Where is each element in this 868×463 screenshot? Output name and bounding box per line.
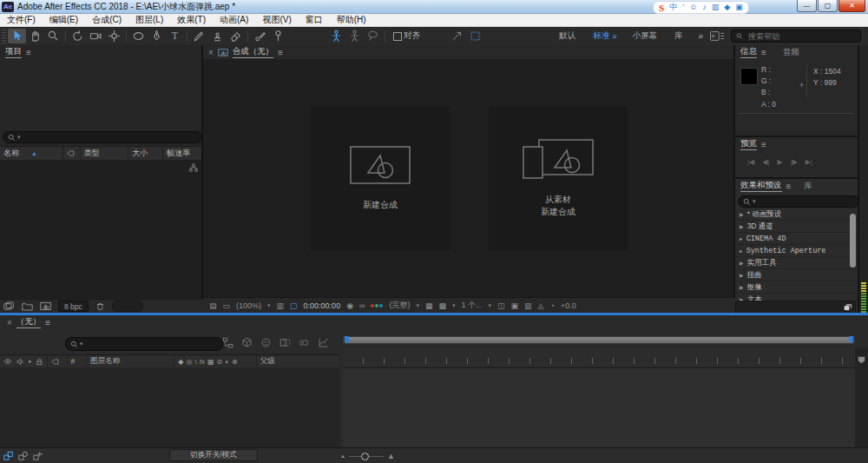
zoom-slider-track[interactable] xyxy=(349,456,384,457)
ime-toolbox-icon[interactable]: ▣ xyxy=(735,3,743,11)
work-area-start-handle[interactable] xyxy=(345,336,349,342)
grid-guides-icon[interactable]: ▥ xyxy=(277,301,285,310)
column-parent[interactable]: 父级 xyxy=(257,355,339,367)
list-item[interactable]: ▶实用工具 xyxy=(735,257,858,269)
always-preview-icon[interactable]: ▤ xyxy=(209,301,217,310)
shape-tool[interactable] xyxy=(129,29,148,43)
workspace-default[interactable]: 默认 xyxy=(550,30,584,42)
solo-icon[interactable]: ● xyxy=(29,359,32,364)
camera-tool[interactable] xyxy=(87,29,105,43)
effects-scrollbar-thumb[interactable] xyxy=(850,214,856,268)
tab-preview[interactable]: 预览 xyxy=(740,138,757,150)
menu-composition[interactable]: 合成(C) xyxy=(85,14,128,26)
tab-audio[interactable]: 音频 xyxy=(783,47,799,58)
close-button[interactable]: ✕ xyxy=(838,0,865,12)
maximize-button[interactable]: ▢ xyxy=(818,0,838,12)
column-label[interactable] xyxy=(48,355,68,367)
ime-punct-icon[interactable]: ’ xyxy=(682,3,684,11)
ime-voice-icon[interactable]: ♪ xyxy=(702,3,707,11)
graph-editor-icon[interactable] xyxy=(318,337,329,348)
view-layout-dropdown[interactable]: 1 个... xyxy=(461,300,482,311)
column-layer-name[interactable]: 图层名称 xyxy=(87,355,174,367)
shy-layers-icon[interactable] xyxy=(260,337,272,348)
list-item[interactable]: ▶CINEMA 4D xyxy=(735,233,858,245)
pan-behind-tool[interactable] xyxy=(105,29,123,43)
work-area-span[interactable] xyxy=(345,337,853,343)
first-frame-button[interactable]: |◀ xyxy=(747,158,754,166)
column-name[interactable]: 名称 ▲ xyxy=(0,147,63,160)
ime-lang-icon[interactable]: 中 xyxy=(669,3,677,11)
workspace-menu-icon[interactable]: ≡ xyxy=(612,32,623,41)
lock-icon[interactable] xyxy=(36,358,43,366)
rotation-tool[interactable] xyxy=(69,29,87,43)
resolution-dropdown[interactable]: (完整) xyxy=(389,300,410,311)
toggle-switches-modes-button[interactable]: 切换开关/模式 xyxy=(169,449,258,461)
exposure-aperture-icon[interactable]: ◔ xyxy=(549,301,554,310)
help-search-box[interactable] xyxy=(731,30,861,43)
new-composition-from-footage-button[interactable]: 从素材新建合成 xyxy=(489,106,628,250)
timeline-tab-close-icon[interactable]: × xyxy=(7,318,12,327)
show-snapshot-icon[interactable]: ∞ xyxy=(359,301,365,310)
timeline-button-icon[interactable]: ▥ xyxy=(524,301,532,310)
ime-keyboard-icon[interactable]: ▥ xyxy=(712,3,720,11)
workspace-standard[interactable]: 标准 xyxy=(584,30,612,42)
menu-help[interactable]: 帮助(H) xyxy=(330,14,373,26)
expand-in-out-columns-icon[interactable] xyxy=(33,451,43,461)
eye-icon[interactable] xyxy=(3,358,12,365)
draft-3d-icon[interactable] xyxy=(241,337,253,348)
column-framerate[interactable]: 帧速率 xyxy=(163,147,201,160)
new-composition-button[interactable]: 新建合成 xyxy=(311,106,450,250)
timeline-track-area[interactable] xyxy=(343,367,855,449)
list-item[interactable]: ▶扭曲 xyxy=(735,269,858,281)
frame-blending-icon[interactable] xyxy=(279,337,291,348)
ime-emoji-icon[interactable]: ☺ xyxy=(689,3,697,11)
tab-project[interactable]: 项目 xyxy=(5,46,22,58)
minimize-button[interactable]: — xyxy=(797,0,817,12)
tab-info[interactable]: 信息 xyxy=(740,46,757,58)
snap-label[interactable]: 对齐 xyxy=(404,30,420,42)
column-type[interactable]: 类型 xyxy=(81,147,128,160)
view-layout-dropdown-icon[interactable]: ▾ xyxy=(489,302,492,309)
list-item[interactable]: ▶* 动画预设 xyxy=(735,208,858,221)
tab-timeline[interactable]: （无） xyxy=(16,316,42,328)
work-area-end-handle[interactable] xyxy=(849,336,853,342)
menu-edit[interactable]: 编辑(E) xyxy=(43,14,85,26)
project-panel-menu-icon[interactable]: ≡ xyxy=(26,48,31,57)
menu-layer[interactable]: 图层(L) xyxy=(128,14,170,26)
zoom-in-icon[interactable]: ▲ xyxy=(387,452,395,460)
pixel-aspect-correction-icon[interactable]: ▣ xyxy=(511,301,519,310)
tab-composition[interactable]: 合成（无） xyxy=(233,46,274,58)
comp-marker-bin-icon[interactable] xyxy=(858,356,865,364)
view-axis-mode-icon[interactable] xyxy=(364,29,382,43)
sogou-logo-icon[interactable]: S xyxy=(659,3,664,13)
list-item[interactable]: ▶抠像 xyxy=(735,281,858,294)
motion-blur-icon[interactable] xyxy=(299,337,310,348)
list-item[interactable]: ▶Synthetic Aperture xyxy=(735,245,858,257)
info-panel-menu-icon[interactable]: ≡ xyxy=(761,48,766,57)
snap-arrow-icon[interactable] xyxy=(448,29,466,43)
ime-wardrobe-icon[interactable]: ◆ xyxy=(724,3,730,11)
comp-panel-menu-icon[interactable]: ≡ xyxy=(278,48,283,57)
tab-effects-presets[interactable]: 效果和预设 xyxy=(740,180,782,192)
magnification-dropdown-icon[interactable]: ▾ xyxy=(267,302,271,309)
show-channel-icon[interactable] xyxy=(371,304,383,308)
column-switches[interactable]: ◆◎\fx▦⊘◐⊕ xyxy=(174,355,256,367)
play-button[interactable]: ▶ xyxy=(777,158,782,166)
effects-panel-menu-icon[interactable]: ≡ xyxy=(786,182,792,191)
new-folder-icon[interactable] xyxy=(22,301,33,311)
timeline-search-box[interactable]: ▾ xyxy=(65,337,223,351)
timeline-panel-menu-icon[interactable]: ≡ xyxy=(45,318,50,327)
audio-icon[interactable] xyxy=(16,358,24,366)
magnification-ratio[interactable]: (100%) xyxy=(236,301,261,310)
last-frame-button[interactable]: ▶| xyxy=(806,158,812,166)
menu-window[interactable]: 窗口 xyxy=(299,14,330,26)
selection-tool[interactable] xyxy=(8,29,26,43)
puppet-pin-tool[interactable] xyxy=(269,29,287,43)
primary-viewer-icon[interactable]: ▭ xyxy=(223,301,231,310)
column-size[interactable]: 大小 xyxy=(128,147,163,160)
work-area-bar[interactable] xyxy=(343,336,855,344)
list-item[interactable]: ▶3D 通道 xyxy=(735,221,858,233)
expand-layer-switches-icon[interactable] xyxy=(3,451,14,461)
time-ruler[interactable] xyxy=(343,347,855,367)
mini-flowchart-icon[interactable] xyxy=(222,337,233,348)
